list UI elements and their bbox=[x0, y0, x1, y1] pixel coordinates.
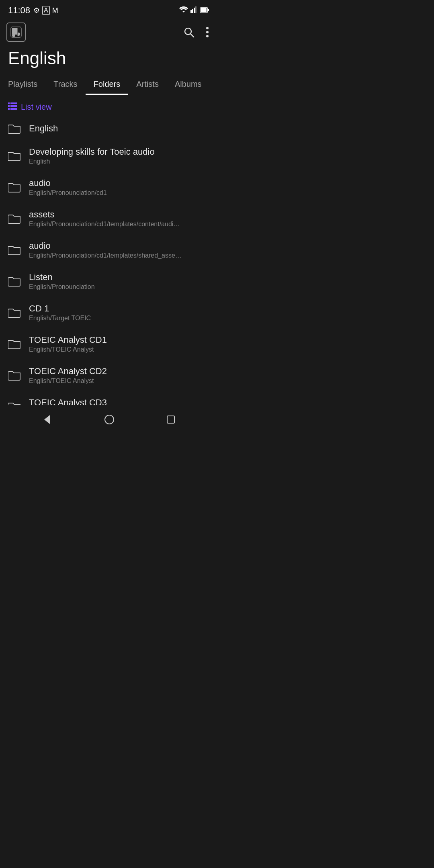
folder-info: Listen English/Pronounciation bbox=[29, 272, 95, 291]
list-item[interactable]: assets English/Pronounciation/cd1/templa… bbox=[0, 203, 217, 234]
svg-point-15 bbox=[206, 31, 209, 33]
tab-artists[interactable]: Artists bbox=[128, 75, 167, 95]
folder-name: audio bbox=[29, 178, 107, 188]
recent-apps-button[interactable] bbox=[163, 412, 178, 427]
svg-rect-6 bbox=[201, 8, 207, 12]
nav-bar bbox=[0, 405, 217, 434]
folder-info: Developing skills for Toeic audio Englis… bbox=[29, 147, 155, 165]
search-button[interactable] bbox=[182, 25, 196, 39]
list-item[interactable]: TOEIC Analyst CD2 English/TOEIC Analyst bbox=[0, 360, 217, 391]
list-item[interactable]: audio English/Pronounciation/cd1 bbox=[0, 172, 217, 203]
folder-info: assets English/Pronounciation/cd1/templa… bbox=[29, 209, 180, 228]
list-item[interactable]: English bbox=[0, 117, 217, 140]
svg-rect-22 bbox=[10, 108, 17, 110]
folder-info: audio English/Pronounciation/cd1 bbox=[29, 178, 107, 197]
list-item[interactable]: TOEIC Analyst CD1 English/TOEIC Analyst bbox=[0, 328, 217, 360]
svg-rect-3 bbox=[195, 6, 197, 13]
folder-name: TOEIC Analyst CD2 bbox=[29, 366, 107, 377]
folder-icon bbox=[8, 339, 21, 349]
svg-rect-20 bbox=[10, 105, 17, 107]
app-bar bbox=[0, 19, 217, 45]
battery-icon bbox=[200, 6, 209, 15]
folder-icon bbox=[8, 276, 21, 287]
status-system-icons: ⚙ A M bbox=[33, 6, 58, 15]
folder-path: English/Pronounciation bbox=[29, 283, 95, 291]
folder-name: Listen bbox=[29, 272, 95, 283]
app-bar-actions bbox=[182, 25, 211, 39]
tab-tracks[interactable]: Tracks bbox=[45, 75, 85, 95]
svg-rect-25 bbox=[167, 416, 174, 423]
folder-list: English Developing skills for Toeic audi… bbox=[0, 115, 217, 434]
svg-rect-21 bbox=[8, 108, 10, 110]
svg-rect-5 bbox=[208, 9, 209, 11]
svg-rect-19 bbox=[8, 105, 10, 107]
list-item[interactable]: Listen English/Pronounciation bbox=[0, 266, 217, 297]
svg-line-13 bbox=[190, 34, 194, 37]
folder-path: English bbox=[29, 158, 155, 165]
tab-albums[interactable]: Albums bbox=[167, 75, 210, 95]
accessibility-icon: A bbox=[42, 6, 50, 15]
more-options-button[interactable] bbox=[204, 25, 211, 39]
svg-rect-17 bbox=[8, 102, 10, 104]
svg-point-16 bbox=[206, 35, 209, 37]
folder-info: CD 1 English/Target TOEIC bbox=[29, 303, 91, 322]
status-right-icons bbox=[179, 6, 209, 15]
folder-icon bbox=[8, 307, 21, 318]
tab-folders[interactable]: Folders bbox=[86, 75, 129, 95]
folder-icon bbox=[8, 151, 21, 161]
svg-rect-0 bbox=[190, 10, 192, 13]
folder-path: English/Pronounciation/cd1/templates/con… bbox=[29, 221, 180, 228]
folder-info: TOEIC Analyst CD1 English/TOEIC Analyst bbox=[29, 335, 107, 353]
folder-info: TOEIC Analyst CD2 English/TOEIC Analyst bbox=[29, 366, 107, 385]
status-time: 11:08 bbox=[8, 5, 30, 16]
folder-icon bbox=[8, 213, 21, 224]
svg-point-9 bbox=[12, 34, 15, 37]
folder-name: assets bbox=[29, 209, 180, 220]
app-logo bbox=[6, 23, 26, 42]
svg-rect-2 bbox=[194, 8, 195, 13]
folder-path: English/TOEIC Analyst bbox=[29, 346, 107, 353]
settings-icon: ⚙ bbox=[33, 6, 40, 15]
svg-rect-8 bbox=[12, 28, 18, 35]
tabs-container: Playlists Tracks Folders Artists Albums bbox=[0, 75, 217, 95]
svg-rect-1 bbox=[192, 9, 193, 13]
back-button[interactable] bbox=[39, 411, 55, 428]
tab-playlists[interactable]: Playlists bbox=[0, 75, 45, 95]
folder-path: English/Pronounciation/cd1/templates/sha… bbox=[29, 252, 182, 259]
wifi-icon bbox=[179, 6, 188, 15]
folder-name: CD 1 bbox=[29, 303, 91, 314]
folder-path: English/Pronounciation/cd1 bbox=[29, 189, 107, 197]
home-button[interactable] bbox=[101, 411, 118, 428]
folder-path: English/TOEIC Analyst bbox=[29, 377, 107, 385]
svg-point-14 bbox=[206, 27, 209, 29]
folder-info: audio English/Pronounciation/cd1/templat… bbox=[29, 241, 182, 259]
status-bar: 11:08 ⚙ A M bbox=[0, 0, 217, 19]
folder-name: English bbox=[29, 123, 58, 134]
list-item[interactable]: CD 1 English/Target TOEIC bbox=[0, 297, 217, 328]
folder-icon bbox=[8, 370, 21, 381]
folder-name: TOEIC Analyst CD1 bbox=[29, 335, 107, 345]
folder-icon bbox=[8, 182, 21, 192]
folder-icon bbox=[8, 245, 21, 255]
gmail-icon: M bbox=[52, 6, 58, 15]
list-item[interactable]: audio English/Pronounciation/cd1/templat… bbox=[0, 234, 217, 266]
svg-marker-23 bbox=[44, 415, 50, 424]
list-item[interactable]: Developing skills for Toeic audio Englis… bbox=[0, 140, 217, 172]
list-view-label: List view bbox=[21, 102, 52, 112]
folder-path: English/Target TOEIC bbox=[29, 315, 91, 322]
list-view-toggle[interactable]: List view bbox=[0, 95, 60, 115]
page-title: English bbox=[0, 45, 217, 75]
svg-point-24 bbox=[105, 415, 114, 424]
signal-icon bbox=[190, 6, 198, 15]
folder-name: audio bbox=[29, 241, 182, 251]
svg-rect-11 bbox=[17, 28, 18, 35]
folder-info: English bbox=[29, 123, 58, 134]
list-view-icon bbox=[8, 102, 17, 112]
folder-name: Developing skills for Toeic audio bbox=[29, 147, 155, 157]
folder-icon bbox=[8, 123, 21, 134]
status-left: 11:08 ⚙ A M bbox=[8, 5, 58, 16]
svg-rect-18 bbox=[10, 102, 17, 104]
